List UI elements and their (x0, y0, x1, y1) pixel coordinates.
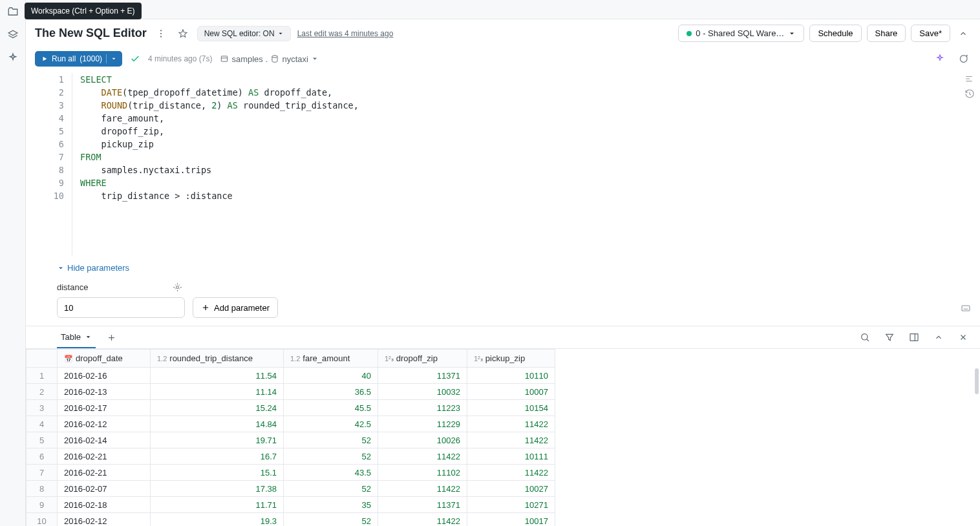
cell[interactable]: 2016-02-17 (58, 400, 151, 416)
cell[interactable]: 2016-02-14 (58, 432, 151, 448)
cell[interactable]: 11422 (467, 465, 555, 481)
results-table[interactable]: 📅dropoff_date1.2rounded_trip_distance1.2… (26, 349, 555, 526)
cell[interactable]: 17.38 (151, 481, 284, 497)
schedule-button[interactable]: Schedule (809, 25, 861, 42)
cell[interactable]: 11371 (378, 497, 467, 513)
workspace-icon[interactable] (6, 5, 19, 18)
titlebar (26, 0, 980, 19)
cell[interactable]: 16.7 (151, 448, 284, 465)
table-row[interactable]: 52016-02-1419.71521002611422 (27, 432, 555, 448)
share-button[interactable]: Share (867, 25, 906, 42)
cell[interactable]: 10110 (467, 368, 555, 384)
cell[interactable]: 15.1 (151, 465, 284, 481)
cell[interactable]: 2016-02-07 (58, 481, 151, 497)
kebab-menu-icon[interactable] (153, 26, 169, 41)
close-icon[interactable] (955, 330, 971, 345)
table-row[interactable]: 22016-02-1311.1436.51003210007 (27, 384, 555, 400)
editor-toggle[interactable]: New SQL editor: ON (197, 26, 291, 41)
comment-icon[interactable] (955, 51, 971, 67)
table-row[interactable]: 102016-02-1219.3521142210017 (27, 513, 555, 527)
column-header-fare_amount[interactable]: 1.2fare_amount (284, 350, 378, 368)
add-parameter-button[interactable]: Add parameter (193, 297, 278, 318)
cell[interactable]: 14.84 (151, 416, 284, 432)
panel-icon[interactable] (906, 330, 922, 345)
column-header-dropoff_date[interactable]: 📅dropoff_date (58, 350, 151, 368)
cell[interactable]: 45.5 (284, 400, 378, 416)
cell[interactable]: 11422 (378, 448, 467, 465)
cell[interactable]: 11.71 (151, 497, 284, 513)
cell[interactable]: 52 (284, 513, 378, 527)
cell[interactable]: 2016-02-13 (58, 384, 151, 400)
scrollbar-thumb[interactable] (975, 368, 979, 394)
table-row[interactable]: 72016-02-2115.143.51110211422 (27, 465, 555, 481)
search-icon[interactable] (857, 330, 873, 345)
cell[interactable]: 2016-02-16 (58, 368, 151, 384)
table-row[interactable]: 92016-02-1811.71351137110271 (27, 497, 555, 513)
catalog-icon[interactable] (6, 28, 19, 41)
column-header-pickup_zip[interactable]: 1²₃pickup_zip (467, 350, 555, 368)
cell[interactable]: 15.24 (151, 400, 284, 416)
assistant-icon[interactable] (6, 52, 19, 65)
cell[interactable]: 19.71 (151, 432, 284, 448)
cell[interactable]: 11371 (378, 368, 467, 384)
warehouse-selector[interactable]: 0 - Shared SQL Ware… (678, 25, 804, 42)
cell[interactable]: 11422 (467, 416, 555, 432)
cell[interactable]: 10154 (467, 400, 555, 416)
collapse-icon[interactable] (931, 330, 946, 345)
save-button[interactable]: Save* (911, 25, 950, 42)
cell[interactable]: 11229 (378, 416, 467, 432)
table-row[interactable]: 12016-02-1611.54401137110110 (27, 368, 555, 384)
cell[interactable]: 10017 (467, 513, 555, 527)
cell[interactable]: 2016-02-21 (58, 465, 151, 481)
keyboard-shortcut-icon[interactable] (961, 303, 971, 313)
cell[interactable]: 52 (284, 448, 378, 465)
cell[interactable]: 11422 (467, 432, 555, 448)
cell[interactable]: 10111 (467, 448, 555, 465)
table-row[interactable]: 42016-02-1214.8442.51122911422 (27, 416, 555, 432)
cell[interactable]: 35 (284, 497, 378, 513)
hide-parameters-toggle[interactable]: Hide parameters (57, 263, 971, 273)
cell[interactable]: 52 (284, 481, 378, 497)
column-header-rounded_trip_distance[interactable]: 1.2rounded_trip_distance (151, 350, 284, 368)
cell[interactable]: 10026 (378, 432, 467, 448)
cell[interactable]: 11422 (378, 513, 467, 527)
column-header-dropoff_zip[interactable]: 1²₃dropoff_zip (378, 350, 467, 368)
cell[interactable]: 2016-02-12 (58, 513, 151, 527)
star-icon[interactable] (175, 26, 191, 41)
table-row[interactable]: 62016-02-2116.7521142210111 (27, 448, 555, 465)
cell[interactable]: 11.54 (151, 368, 284, 384)
cell[interactable]: 10007 (467, 384, 555, 400)
tab-table[interactable]: Table (57, 327, 96, 348)
cell[interactable]: 52 (284, 432, 378, 448)
cell[interactable]: 11.14 (151, 384, 284, 400)
cell[interactable]: 11102 (378, 465, 467, 481)
cell[interactable]: 10027 (467, 481, 555, 497)
catalog-breadcrumb[interactable]: samples . nyctaxi (220, 54, 319, 64)
run-all-button[interactable]: Run all (1000) (35, 51, 122, 67)
filter-icon[interactable] (882, 330, 897, 345)
history-icon[interactable] (964, 89, 975, 99)
gear-icon[interactable] (169, 279, 185, 295)
cell[interactable]: 2016-02-12 (58, 416, 151, 432)
cell[interactable]: 43.5 (284, 465, 378, 481)
cell[interactable]: 2016-02-21 (58, 448, 151, 465)
editor-code[interactable]: SELECT DATE(tpep_dropoff_datetime) AS dr… (72, 73, 359, 255)
cell[interactable]: 42.5 (284, 416, 378, 432)
table-row[interactable]: 82016-02-0717.38521142210027 (27, 481, 555, 497)
cell[interactable]: 40 (284, 368, 378, 384)
last-edit-link[interactable]: Last edit was 4 minutes ago (297, 29, 394, 38)
cell[interactable]: 10032 (378, 384, 467, 400)
cell[interactable]: 2016-02-18 (58, 497, 151, 513)
collapse-up-icon[interactable] (955, 26, 971, 41)
cell[interactable]: 11223 (378, 400, 467, 416)
table-row[interactable]: 32016-02-1715.2445.51122310154 (27, 400, 555, 416)
code-editor[interactable]: 12345678910 SELECT DATE(tpep_dropoff_dat… (26, 70, 980, 258)
add-tab-button[interactable] (103, 330, 119, 345)
cell[interactable]: 36.5 (284, 384, 378, 400)
assistant-spark-icon[interactable] (932, 51, 948, 67)
cell[interactable]: 11422 (378, 481, 467, 497)
cell[interactable]: 10271 (467, 497, 555, 513)
minimap-icon[interactable] (964, 74, 975, 83)
cell[interactable]: 19.3 (151, 513, 284, 527)
param-distance-input[interactable] (57, 297, 185, 318)
